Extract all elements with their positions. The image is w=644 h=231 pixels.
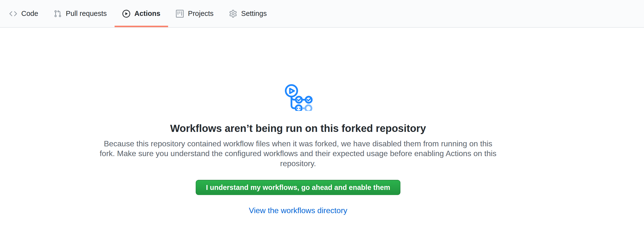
blankslate-heading: Workflows aren’t being run on this forke… <box>170 122 426 135</box>
project-icon <box>176 10 184 18</box>
tab-pull-requests-label: Pull requests <box>66 10 107 17</box>
actions-workflow-icon <box>282 81 314 111</box>
tab-pull-requests[interactable]: Pull requests <box>46 0 114 27</box>
tab-actions[interactable]: Actions <box>114 0 168 27</box>
tab-code[interactable]: Code <box>2 0 46 27</box>
actions-blankslate: Workflows aren’t being run on this forke… <box>0 28 596 215</box>
tab-settings-label: Settings <box>241 10 267 17</box>
repo-tab-bar: Code Pull requests Actions Projects Sett… <box>0 0 644 28</box>
tab-actions-label: Actions <box>134 10 160 17</box>
gear-icon <box>229 10 237 18</box>
tab-settings[interactable]: Settings <box>221 0 274 27</box>
tab-projects[interactable]: Projects <box>168 0 221 27</box>
tab-code-label: Code <box>21 10 38 17</box>
blankslate-description: Because this repository contained workfl… <box>95 139 501 169</box>
enable-workflows-button[interactable]: I understand my workflows, go ahead and … <box>196 180 400 195</box>
tab-projects-label: Projects <box>188 10 214 17</box>
git-pull-request-icon <box>54 10 62 18</box>
play-icon <box>122 10 130 18</box>
code-icon <box>9 10 17 18</box>
view-workflows-directory-link[interactable]: View the workflows directory <box>249 206 347 215</box>
